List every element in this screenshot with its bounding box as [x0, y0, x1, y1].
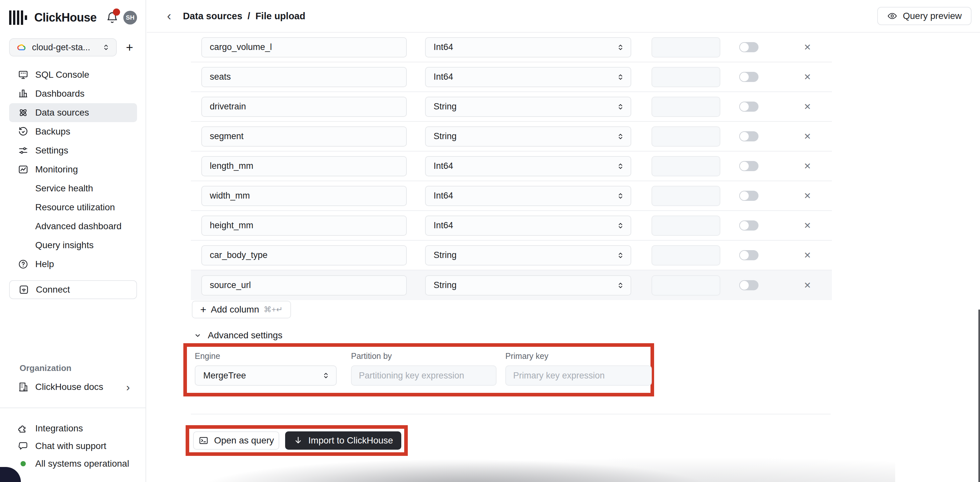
select-chevrons-icon: [616, 102, 625, 111]
column-name-input[interactable]: [201, 37, 407, 57]
sidebar-item-monitoring[interactable]: Monitoring: [9, 160, 137, 179]
primary-key-input[interactable]: [505, 365, 652, 386]
service-selector[interactable]: cloud-get-sta...: [9, 38, 117, 56]
add-column-button[interactable]: + Add column ⌘+↵: [192, 301, 291, 318]
default-value-input[interactable]: [651, 156, 720, 176]
default-value-input[interactable]: [651, 37, 720, 57]
sidebar-item-settings[interactable]: Settings: [9, 141, 137, 160]
connect-button[interactable]: Connect: [9, 280, 137, 299]
column-type-select[interactable]: Int64: [425, 67, 631, 87]
sidebar-item-chat-support[interactable]: Chat with support: [9, 437, 137, 455]
back-button[interactable]: ‹: [167, 10, 171, 22]
partition-key-input[interactable]: [351, 365, 496, 386]
sidebar-item-dashboards[interactable]: Dashboards: [9, 84, 137, 103]
nullable-toggle[interactable]: [739, 280, 759, 290]
sidebar-item-label: Data sources: [35, 107, 89, 118]
backups-history-icon: [18, 126, 29, 137]
remove-column-button[interactable]: ✕: [801, 102, 814, 112]
remove-column-button[interactable]: ✕: [801, 250, 814, 260]
default-value-input[interactable]: [651, 245, 720, 265]
remove-column-button[interactable]: ✕: [801, 42, 814, 53]
nullable-toggle[interactable]: [739, 42, 759, 52]
sidebar-item-backups[interactable]: Backups: [9, 122, 137, 141]
nullable-toggle[interactable]: [739, 250, 759, 260]
sidebar-item-label: Settings: [35, 145, 68, 156]
nullable-toggle[interactable]: [739, 191, 759, 201]
default-value-input[interactable]: [651, 215, 720, 236]
sidebar-item-sql-console[interactable]: SQL Console: [9, 65, 137, 84]
gcp-cloud-icon: [16, 43, 27, 52]
column-name-input[interactable]: [201, 275, 407, 295]
plus-icon: +: [200, 304, 207, 316]
default-value-input[interactable]: [651, 186, 720, 206]
service-name: cloud-get-sta...: [32, 43, 102, 53]
sidebar-item-query-insights[interactable]: Query insights: [9, 236, 137, 255]
column-type-value: Int64: [434, 72, 616, 82]
remove-column-button[interactable]: ✕: [801, 280, 814, 290]
add-service-button[interactable]: +: [126, 41, 133, 54]
sidebar-item-service-health[interactable]: Service health: [9, 179, 137, 198]
advanced-settings-toggle[interactable]: Advanced settings: [194, 330, 980, 341]
default-value-input[interactable]: [651, 97, 720, 117]
column-name-input[interactable]: [201, 67, 407, 87]
column-name-input[interactable]: [201, 97, 407, 117]
sidebar-item-clickhouse-docs[interactable]: ClickHouse docs ›: [9, 378, 137, 396]
default-value-input[interactable]: [651, 67, 720, 87]
connect-icon: [18, 284, 29, 295]
column-name-input[interactable]: [201, 245, 407, 265]
open-as-query-button[interactable]: Open as query: [193, 431, 279, 450]
column-type-select[interactable]: Int64: [425, 37, 631, 57]
column-type-select[interactable]: String: [425, 275, 631, 295]
column-name-input[interactable]: [201, 126, 407, 147]
columns-table: Int64 ✕ Int64 ✕ String: [191, 33, 980, 300]
sidebar-item-label: Dashboards: [35, 88, 84, 99]
clickhouse-logo-icon: [9, 10, 27, 25]
default-value-input[interactable]: [651, 275, 720, 295]
breadcrumb-separator: /: [248, 11, 250, 22]
remove-column-button[interactable]: ✕: [801, 131, 814, 142]
table-row: Int64 ✕: [191, 181, 832, 211]
column-name-input[interactable]: [201, 186, 407, 206]
engine-select[interactable]: MergeTree: [195, 365, 337, 386]
nullable-toggle[interactable]: [739, 220, 759, 231]
column-type-select[interactable]: Int64: [425, 215, 631, 236]
column-type-select[interactable]: String: [425, 245, 631, 265]
remove-column-button[interactable]: ✕: [801, 72, 814, 82]
sidebar: ClickHouse SH cloud-get-sta... +: [0, 0, 146, 482]
status-label: All systems operational: [35, 458, 129, 469]
dashboards-icon: [18, 88, 29, 99]
toggle-knob: [740, 162, 749, 171]
nullable-toggle[interactable]: [739, 161, 759, 171]
sidebar-item-advanced-dashboard[interactable]: Advanced dashboard: [9, 217, 137, 236]
column-type-select[interactable]: Int64: [425, 156, 631, 176]
column-type-select[interactable]: Int64: [425, 186, 631, 206]
avatar[interactable]: SH: [123, 11, 137, 24]
default-value-input[interactable]: [651, 126, 720, 147]
nullable-toggle[interactable]: [739, 102, 759, 112]
remove-column-button[interactable]: ✕: [801, 161, 814, 171]
partition-field: Partition by: [351, 351, 496, 393]
sidebar-item-label: Service health: [35, 183, 93, 194]
import-to-clickhouse-button[interactable]: Import to ClickHouse: [285, 431, 401, 450]
column-name-input[interactable]: [201, 215, 407, 236]
remove-column-button[interactable]: ✕: [801, 191, 814, 201]
column-type-select[interactable]: String: [425, 97, 631, 117]
nullable-toggle[interactable]: [739, 131, 759, 141]
nullable-toggle[interactable]: [739, 72, 759, 82]
remove-column-button[interactable]: ✕: [801, 220, 814, 231]
sidebar-item-integrations[interactable]: Integrations: [9, 420, 137, 437]
sidebar-item-label: Query insights: [35, 240, 94, 251]
breadcrumb-data-sources[interactable]: Data sources: [183, 11, 242, 22]
sidebar-item-resource-utilization[interactable]: Resource utilization: [9, 198, 137, 217]
sidebar-item-system-status[interactable]: All systems operational: [9, 455, 137, 472]
column-name-input[interactable]: [201, 156, 407, 176]
toggle-knob: [740, 72, 749, 81]
column-type-select[interactable]: String: [425, 126, 631, 147]
scrollbar[interactable]: [978, 310, 980, 482]
query-preview-button[interactable]: Query preview: [877, 7, 972, 25]
notifications-button[interactable]: [106, 10, 119, 25]
sidebar-item-data-sources[interactable]: Data sources: [9, 103, 137, 122]
engine-value: MergeTree: [203, 371, 322, 381]
select-chevrons-icon: [616, 192, 625, 200]
sidebar-item-help[interactable]: Help: [9, 255, 137, 274]
